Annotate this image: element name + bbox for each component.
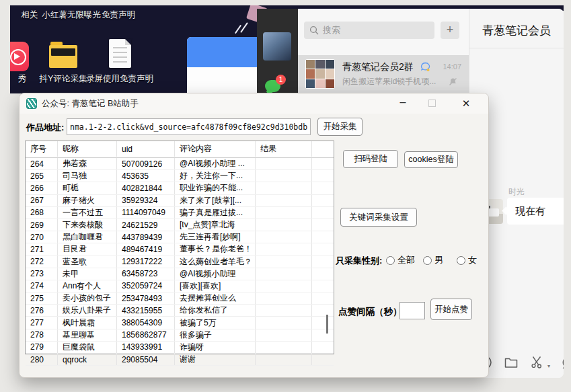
scan-login-button[interactable]: 扫码登陆	[343, 150, 398, 168]
cell-result	[256, 342, 312, 353]
cell-spacer	[312, 342, 334, 353]
table-row[interactable]: 275 卖小孩的包子 253478493 去摆摊算创业么	[26, 292, 334, 305]
desktop-icon-app[interactable]	[10, 42, 29, 71]
message-bubble: 现在有	[507, 198, 564, 225]
table-row[interactable]: 270 黑白咖喱君 443789439 先三连再看[妙啊]	[26, 231, 334, 243]
cell-comment: 董事长？是你老爸！	[175, 243, 256, 255]
desktop-icon-folder[interactable]	[49, 40, 77, 69]
table-row[interactable]: 266 町栀 402821844 职业诈骗的不能...	[26, 182, 334, 194]
table-row[interactable]: 280 qqrock 29085504 谢谢	[26, 354, 334, 366]
maximize-button[interactable]	[428, 100, 436, 107]
start-collect-button[interactable]: 开始采集	[317, 118, 363, 136]
background-window-fragment[interactable]	[187, 37, 267, 93]
table-scrollbar[interactable]	[326, 315, 328, 334]
col-header-uid[interactable]: uid	[117, 141, 175, 157]
cell-seq: 273	[26, 268, 58, 280]
table-row[interactable]: 265 司马独 453635 好，关注你一下...	[26, 170, 334, 182]
cell-result	[256, 329, 312, 341]
folder-label-band	[51, 48, 75, 56]
table-row[interactable]: 279 巨魔袋鼠 143933991 诈骗呀	[26, 342, 334, 354]
table-row[interactable]: 271 目艮君 489467419 董事长？是你老爸！	[26, 243, 334, 256]
cell-comment: @AI视频小助理	[175, 268, 256, 280]
close-button[interactable]: ✕	[457, 95, 475, 112]
table-row[interactable]: 278 基里聊基 1856862877 很多骗子	[26, 329, 334, 342]
desktop-star-streak	[240, 22, 248, 33]
desktop-icon-document-label[interactable]: 录屏使用免责声明	[86, 74, 153, 84]
cell-result	[256, 292, 312, 304]
cell-result	[256, 195, 312, 206]
chat-header-divider	[469, 48, 564, 48]
radio-circle[interactable]	[457, 256, 465, 265]
cell-result	[256, 280, 312, 292]
radio-circle[interactable]	[423, 256, 432, 265]
like-interval-input[interactable]	[399, 302, 425, 319]
col-header-seq[interactable]: 序号	[26, 141, 58, 157]
mute-icon	[449, 77, 457, 86]
radio-gender-all[interactable]: 全部	[386, 254, 415, 266]
app-logo-icon	[26, 98, 37, 109]
titlebar[interactable]: 公众号: 青葱笔记 B站助手 – ✕	[20, 93, 488, 114]
search-input[interactable]: 搜索	[304, 22, 434, 39]
cell-comment: [喜欢][喜欢]	[175, 280, 256, 292]
background-window-titlebar	[187, 37, 267, 67]
chat-history-icon[interactable]	[562, 355, 564, 370]
minimize-button[interactable]: –	[393, 95, 412, 111]
table-row[interactable]: 269 下来奏核酸 24621529 [tv_点赞]章北海	[26, 219, 334, 231]
cell-nick: 町栀	[58, 182, 117, 194]
radio-gender-female[interactable]: 女	[457, 254, 477, 266]
desktop-icon-folder-label[interactable]: 抖Y评论采集	[32, 74, 94, 84]
cell-nick: 麻子猪火	[58, 195, 117, 206]
cell-nick: 一言不过五	[58, 207, 117, 219]
radio-label-all: 全部	[397, 254, 415, 266]
table-row[interactable]: 273 未甲 63458723 @AI视频小助理	[26, 268, 334, 280]
desktop-label-disclaimer[interactable]: 免责声明	[96, 10, 141, 20]
table-row[interactable]: 264 弗若森 507009126 @AI视频小助理 ...	[26, 158, 334, 170]
table-row[interactable]: 267 麻子猪火 35929324 来了来了[鼓掌][...	[26, 195, 334, 207]
cell-uid: 453635	[117, 170, 175, 182]
cell-spacer	[312, 158, 334, 169]
cell-result	[256, 243, 312, 255]
url-input[interactable]	[67, 118, 311, 135]
chat-panel-title: 青葱笔记会员	[482, 23, 551, 38]
gender-filter-label: 只采集性别:	[336, 255, 382, 267]
comments-table: 序号 昵称 uid 评论内容 结果 264 弗若森 507009126 @AI视…	[25, 141, 334, 354]
keyword-settings-button[interactable]: 关键词采集设置	[340, 208, 417, 227]
cell-nick: 目艮君	[58, 243, 117, 255]
start-like-button[interactable]: 开始点赞	[430, 299, 472, 320]
cell-spacer	[312, 329, 334, 341]
col-header-result[interactable]: 结果	[256, 141, 312, 157]
cell-uid: 388054309	[117, 317, 175, 328]
cell-comment: 谢谢	[175, 354, 256, 365]
table-row[interactable]: 272 蓝圣歌 129317222 这么薅创业者羊毛？	[26, 256, 334, 268]
table-row[interactable]: 274 Ann有个人 352059724 [喜欢][喜欢]	[26, 280, 334, 292]
cell-comment: 来了来了[鼓掌][...	[175, 195, 256, 206]
cell-spacer	[312, 305, 334, 316]
user-avatar[interactable]	[263, 32, 291, 61]
cell-result	[256, 182, 312, 194]
cell-uid: 402821844	[117, 182, 175, 194]
radio-gender-male[interactable]: 男	[423, 254, 443, 266]
col-header-nick[interactable]: 昵称	[58, 141, 117, 157]
col-header-comment[interactable]: 评论内容	[175, 141, 256, 157]
add-button[interactable]: +	[441, 22, 459, 39]
search-icon	[309, 26, 319, 35]
cell-comment: @AI视频小助理 ...	[175, 158, 256, 169]
cell-spacer	[312, 268, 334, 280]
url-label: 作品地址:	[26, 122, 64, 134]
file-icon[interactable]	[504, 355, 519, 370]
table-row[interactable]: 268 一言不过五 1114097049 骗子真是雁过拔...	[26, 207, 334, 219]
cookies-login-button[interactable]: cookies登陆	[404, 151, 458, 168]
cell-spacer	[312, 280, 334, 292]
cell-seq: 270	[26, 231, 58, 243]
desktop-icon-document[interactable]	[109, 39, 131, 68]
cell-seq: 278	[26, 329, 58, 341]
cell-spacer	[312, 207, 334, 219]
search-placeholder: 搜索	[323, 24, 340, 36]
radio-circle[interactable]	[386, 256, 395, 265]
screenshot-dropdown-caret[interactable]: ▾	[547, 363, 550, 369]
chat-list-item[interactable]: 青葱笔记会员2群 14:07 闲鱼搬运苹果id锁手机项...	[298, 55, 469, 93]
cell-seq: 277	[26, 317, 58, 328]
screenshot-icon[interactable]	[530, 355, 545, 370]
table-row[interactable]: 276 娱乐八卦果子 433215955 给你发私信了	[26, 305, 334, 317]
table-row[interactable]: 277 枫叶晨霜 388054309 被骗了5万	[26, 317, 334, 329]
